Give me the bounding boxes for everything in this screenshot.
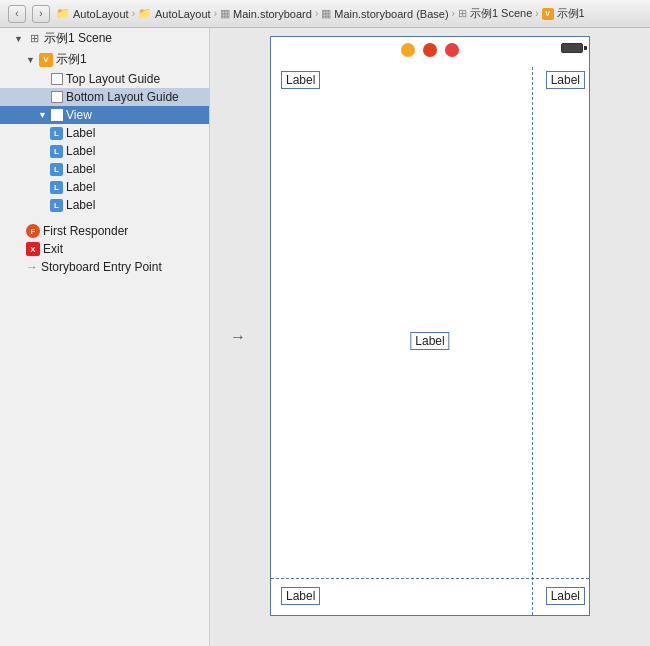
dashed-vertical-right [532,67,533,615]
phone-label-center: Label [410,332,449,350]
bottomguide-icon [51,91,63,103]
exit-label: Exit [43,242,63,256]
breadcrumb-item-2[interactable]: 📁 AutoLayout [138,7,211,20]
sidebar-item-topguide[interactable]: Top Layout Guide [0,70,209,88]
label3-icon: L [50,163,63,176]
breadcrumb-sep-4: › [452,8,455,19]
label1-icon: L [50,127,63,140]
sidebar-gap [0,214,209,222]
sidebar-item-view[interactable]: View [0,106,209,124]
topguide-icon [51,73,63,85]
sidebar-item-label4[interactable]: L Label [0,178,209,196]
phone-mockup: Label Label Label Label Label [270,36,590,616]
breadcrumb-label-4: Main.storyboard (Base) [334,8,448,20]
label1-text: Label [66,126,95,140]
scene-icon: ⊞ [458,7,467,20]
sidebar-item-firstresponder[interactable]: F First Responder [0,222,209,240]
back-button[interactable]: ‹ [8,5,26,23]
breadcrumb-sep-1: › [132,8,135,19]
battery-icon [561,43,583,53]
phone-label-top-right: Label [546,71,585,89]
breadcrumb-label-2: AutoLayout [155,8,211,20]
breadcrumb-sep-5: › [535,8,538,19]
sidebar-item-exit[interactable]: X Exit [0,240,209,258]
sidebar: ⊞ 示例1 Scene V 示例1 Top Layout Guide Botto… [0,28,210,646]
label2-icon: L [50,145,63,158]
label4-text: Label [66,180,95,194]
sidebar-item-entrypoint[interactable]: → Storyboard Entry Point [0,258,209,276]
phone-label-bottom-left: Label [281,587,320,605]
triangle-vc [26,55,36,65]
sidebar-item-label5[interactable]: L Label [0,196,209,214]
phone-top-bar [271,37,589,63]
breadcrumb-item-1[interactable]: 📁 AutoLayout [56,7,129,20]
storyboard-arrow: → [230,328,246,346]
triangle-view [38,110,48,120]
scene-list-icon: ⊞ [27,32,41,46]
breadcrumb-label-3: Main.storyboard [233,8,312,20]
view-icon [51,109,63,121]
breadcrumb-sep-3: › [315,8,318,19]
triangle-scene [14,34,24,44]
label2-text: Label [66,144,95,158]
forward-button[interactable]: › [32,5,50,23]
arrow-symbol: → [230,328,246,346]
phone-label-bottom-right: Label [546,587,585,605]
breadcrumb-label-5: 示例1 Scene [470,6,532,21]
breadcrumb-item-3[interactable]: ▦ Main.storyboard [220,7,312,20]
controller-icon: V [542,8,554,20]
folder-icon-1: 📁 [56,7,70,20]
label5-icon: L [50,199,63,212]
dot-red2 [445,43,459,57]
scene-label: 示例1 Scene [44,30,112,47]
sidebar-item-scene[interactable]: ⊞ 示例1 Scene [0,28,209,49]
sidebar-item-bottomguide[interactable]: Bottom Layout Guide [0,88,209,106]
vc-icon: V [39,53,53,67]
vc-label: 示例1 [56,51,87,68]
sidebar-item-vc[interactable]: V 示例1 [0,49,209,70]
breadcrumb: 📁 AutoLayout › 📁 AutoLayout › ▦ Main.sto… [56,6,585,21]
main-container: ⊞ 示例1 Scene V 示例1 Top Layout Guide Botto… [0,28,650,646]
sidebar-item-label3[interactable]: L Label [0,160,209,178]
dot-yellow [401,43,415,57]
label5-text: Label [66,198,95,212]
breadcrumb-item-4[interactable]: ▦ Main.storyboard (Base) [321,7,448,20]
sidebar-item-label1[interactable]: L Label [0,124,209,142]
storyboard-icon-1: ▦ [220,7,230,20]
label4-icon: L [50,181,63,194]
breadcrumb-label-6: 示例1 [557,6,585,21]
entrypoint-label: Storyboard Entry Point [41,260,162,274]
canvas: → Label Label [210,28,650,646]
firstresponder-label: First Responder [43,224,128,238]
label3-text: Label [66,162,95,176]
breadcrumb-item-6[interactable]: V 示例1 [542,6,585,21]
storyboard-icon-2: ▦ [321,7,331,20]
breadcrumb-item-5[interactable]: ⊞ 示例1 Scene [458,6,532,21]
bottomguide-label: Bottom Layout Guide [66,90,179,104]
sidebar-item-label2[interactable]: L Label [0,142,209,160]
dashed-horizontal-bottom [271,578,589,579]
breadcrumb-label-1: AutoLayout [73,8,129,20]
firstresponder-icon: F [26,224,40,238]
toolbar: ‹ › 📁 AutoLayout › 📁 AutoLayout › ▦ Main… [0,0,650,28]
view-label: View [66,108,92,122]
folder-icon-2: 📁 [138,7,152,20]
phone-label-top-left: Label [281,71,320,89]
topguide-label: Top Layout Guide [66,72,160,86]
exit-icon: X [26,242,40,256]
breadcrumb-sep-2: › [214,8,217,19]
arrow-icon: → [26,260,38,274]
dot-red [423,43,437,57]
